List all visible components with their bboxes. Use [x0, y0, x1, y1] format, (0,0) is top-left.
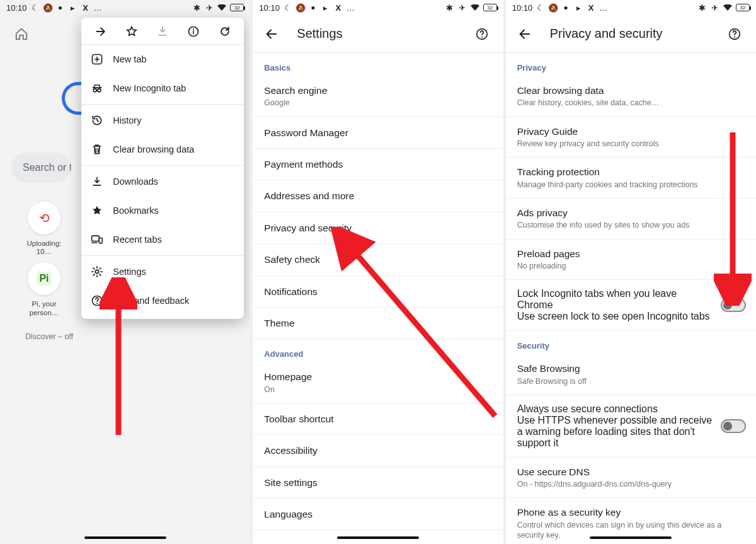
row-title: Safe Browsing [517, 362, 745, 374]
row-title: Site settings [264, 477, 491, 489]
row-languages[interactable]: Languages [253, 499, 503, 530]
wifi-icon [217, 3, 226, 12]
plus-square-icon [90, 53, 104, 66]
page-title: Privacy and security [550, 26, 663, 41]
x-icon: X [81, 3, 90, 12]
forward-icon[interactable] [94, 25, 107, 38]
airplane-icon: ✈ [205, 3, 214, 12]
status-bar: 10:10 ☾ 🔕 ● ▸ X … ✱ ✈ 32 [0, 0, 250, 15]
menu-history[interactable]: History [81, 106, 244, 135]
row-title: Search engine [264, 84, 491, 96]
bookmark-star-icon [90, 204, 104, 217]
moon-icon: ☾ [536, 3, 545, 12]
more-icon: … [599, 3, 609, 13]
row-accessibility[interactable]: Accessibility [253, 435, 503, 466]
menu-incognito[interactable]: New Incognito tab [81, 74, 244, 103]
mute-icon: 🔕 [549, 3, 558, 12]
row-title: Password Manager [264, 127, 491, 139]
play-icon: ▸ [321, 3, 330, 12]
menu-label: Settings [113, 267, 146, 277]
row-title: Languages [264, 508, 491, 520]
incognito-icon [90, 82, 104, 95]
status-time: 10:10 [512, 3, 533, 13]
svg-point-16 [734, 36, 735, 37]
back-button[interactable] [512, 21, 537, 47]
omnibox[interactable]: Search or type URL [11, 153, 71, 183]
row-password-manager[interactable]: Password Manager [253, 117, 503, 149]
row-clear-browsing[interactable]: Clear browsing data Clear history, cooki… [506, 76, 756, 117]
help-button[interactable] [722, 21, 747, 47]
back-button[interactable] [259, 21, 284, 47]
row-title: Tracking protection [517, 166, 745, 178]
menu-bookmarks[interactable]: Bookmarks [81, 196, 244, 225]
mute-icon: 🔕 [296, 3, 305, 12]
downloads-icon [90, 175, 104, 188]
menu-recent-tabs[interactable]: Recent tabs [81, 225, 244, 254]
history-icon [90, 114, 104, 127]
battery-icon: 32 [483, 4, 497, 11]
nav-pill [84, 536, 166, 539]
menu-clear-data[interactable]: Clear browsing data [81, 135, 244, 164]
triptych: 10:10 ☾ 🔕 ● ▸ X … ✱ ✈ 32 [0, 0, 756, 544]
row-secure-dns[interactable]: Use secure DNS On - https://dns.adguard-… [506, 458, 756, 499]
row-subtitle: Review key privacy and security controls [517, 139, 745, 149]
play-icon: ▸ [574, 3, 583, 12]
tile-label: Pi, your person… [25, 300, 63, 316]
more-icon: … [346, 3, 356, 13]
row-search-engine[interactable]: Search engine Google [253, 76, 503, 117]
bluetooth-icon: ✱ [698, 3, 707, 12]
help-button[interactable] [469, 21, 495, 47]
shortcut-tile[interactable]: ⟲ Uploading: 10… [25, 202, 63, 256]
reddit-icon: ● [309, 3, 318, 12]
menu-new-tab[interactable]: New tab [81, 45, 244, 74]
row-subtitle: Use HTTPS whenever possible and receive … [517, 415, 714, 449]
reddit-icon: ● [56, 3, 65, 12]
menu-label: History [113, 115, 141, 125]
screen-privacy: 10:10 ☾ 🔕 ● ▸ X … ✱ ✈ 32 Privacy and sec… [506, 0, 756, 544]
overflow-menu: New tab New Incognito tab History Clear … [81, 18, 244, 319]
svg-point-5 [98, 89, 101, 92]
status-time: 10:10 [259, 3, 280, 13]
row-safe-browsing[interactable]: Safe Browsing Safe Browsing is off [506, 354, 756, 395]
row-subtitle: Clear history, cookies, site data, cache… [517, 98, 745, 108]
airplane-icon: ✈ [711, 3, 719, 12]
svg-point-13 [481, 36, 483, 37]
omnibox-placeholder: Search or type URL [23, 162, 71, 173]
svg-point-10 [96, 303, 98, 304]
battery-icon: 32 [230, 4, 244, 11]
svg-rect-6 [92, 236, 100, 241]
screen-home: 10:10 ☾ 🔕 ● ▸ X … ✱ ✈ 32 [0, 0, 250, 544]
row-title: Always use secure connections [517, 403, 714, 415]
svg-point-1 [193, 28, 194, 30]
row-title: Ads privacy [517, 207, 745, 219]
row-subtitle: Use screen lock to see open Incognito ta… [517, 311, 714, 322]
tile-label: Uploading: 10… [25, 240, 63, 256]
moon-icon: ☾ [284, 3, 292, 12]
menu-downloads[interactable]: Downloads [81, 167, 244, 196]
mute-icon: 🔕 [43, 3, 52, 12]
svg-line-14 [344, 240, 495, 416]
nav-pill [337, 536, 419, 539]
wifi-icon [471, 3, 479, 12]
menu-label: Recent tabs [113, 234, 161, 245]
trash-icon [90, 143, 104, 156]
home-icon[interactable] [9, 21, 34, 47]
more-icon: … [94, 3, 103, 13]
row-payment[interactable]: Payment methods [253, 149, 503, 180]
toggle-https[interactable] [721, 419, 746, 433]
row-site-settings[interactable]: Site settings [253, 467, 503, 499]
play-icon: ▸ [69, 3, 77, 12]
star-icon[interactable] [125, 25, 138, 38]
annotation-arrow [100, 277, 137, 441]
row-subtitle: No preloading [517, 261, 745, 271]
row-https[interactable]: Always use secure connections Use HTTPS … [506, 395, 756, 458]
menu-label: Bookmarks [113, 205, 159, 216]
row-addresses[interactable]: Addresses and more [253, 180, 503, 212]
reload-icon[interactable] [219, 25, 231, 38]
battery-icon: 32 [736, 4, 750, 11]
shortcut-tile[interactable]: Pi Pi, your person… [25, 262, 63, 316]
app-bar: Settings [253, 15, 503, 53]
row-title: Lock Incognito tabs when you leave Chrom… [517, 288, 714, 311]
menu-label: New Incognito tab [113, 83, 186, 93]
info-icon[interactable] [187, 25, 200, 38]
